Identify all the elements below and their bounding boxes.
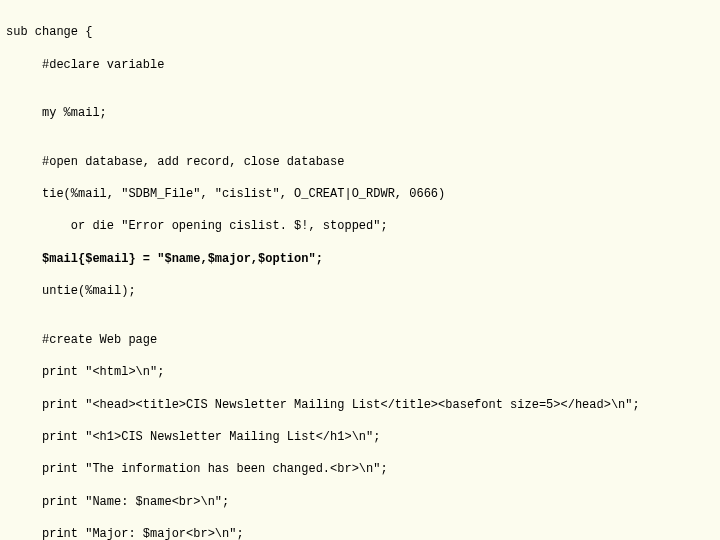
code-line: #declare variable: [6, 57, 714, 73]
code-line: #create Web page: [6, 332, 714, 348]
code-line-highlight: $mail{$email} = "$name,$major,$option";: [6, 251, 714, 267]
code-line: my %mail;: [6, 105, 714, 121]
code-line: print "<head><title>CIS Newsletter Maili…: [6, 397, 714, 413]
code-line: untie(%mail);: [6, 283, 714, 299]
code-line: print "<h1>CIS Newsletter Mailing List</…: [6, 429, 714, 445]
code-line: print "The information has been changed.…: [6, 461, 714, 477]
code-block: sub change { #declare variable my %mail;…: [0, 0, 720, 540]
code-line: tie(%mail, "SDBM_File", "cislist", O_CRE…: [6, 186, 714, 202]
code-line: #open database, add record, close databa…: [6, 154, 714, 170]
code-line: sub change {: [6, 24, 714, 40]
code-line: or die "Error opening cislist. $!, stopp…: [6, 218, 714, 234]
code-line: print "Name: $name<br>\n";: [6, 494, 714, 510]
code-line: print "Major: $major<br>\n";: [6, 526, 714, 540]
code-line: print "<html>\n";: [6, 364, 714, 380]
